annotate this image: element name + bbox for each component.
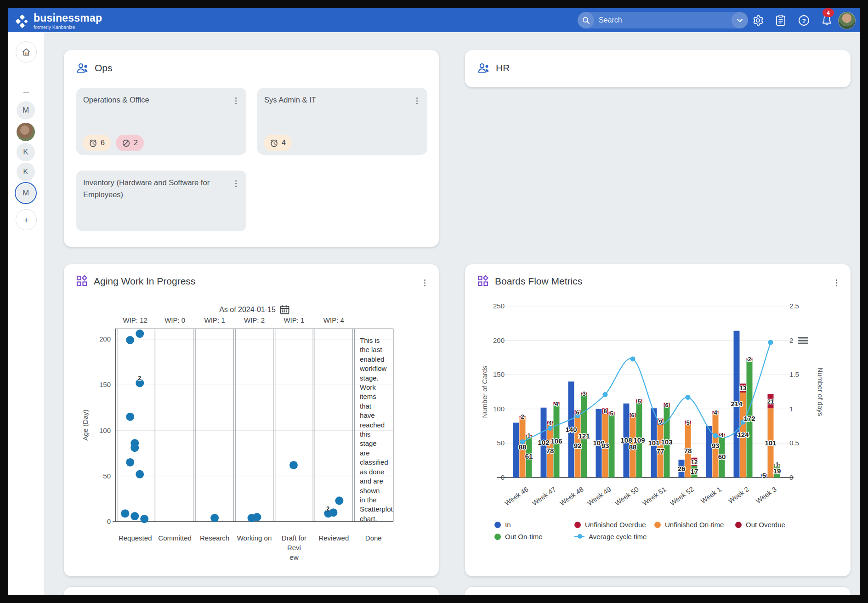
svg-text:13: 13 xyxy=(740,385,746,392)
legend-item[interactable]: Unfinished Overdue xyxy=(574,521,646,529)
svg-text:88: 88 xyxy=(629,443,637,451)
clipboard-icon[interactable] xyxy=(775,14,787,26)
svg-text:Week 49: Week 49 xyxy=(586,485,613,507)
add-workspace-button[interactable]: + xyxy=(16,209,37,230)
ops-workspace-card: Ops Operations & Office62Sys Admin & IT4… xyxy=(64,50,439,247)
alarm-clock-icon xyxy=(270,139,278,148)
svg-text:9: 9 xyxy=(658,418,662,425)
svg-text:140: 140 xyxy=(565,426,577,433)
logo-subtitle: formerly Kanbanize xyxy=(34,25,102,30)
stage-label: Reviewed xyxy=(314,533,353,543)
board-title: Inventory (Hardware and Software for Emp… xyxy=(83,177,228,200)
svg-text:Number of days: Number of days xyxy=(817,368,824,416)
svg-text:1: 1 xyxy=(775,461,778,468)
legend-dot xyxy=(494,534,501,540)
svg-text:61: 61 xyxy=(525,452,533,460)
board-menu-kebab[interactable] xyxy=(413,95,421,106)
board-menu-kebab[interactable] xyxy=(232,178,240,189)
svg-text:78: 78 xyxy=(546,447,554,455)
svg-text:Week 51: Week 51 xyxy=(641,485,668,507)
svg-text:4: 4 xyxy=(548,420,552,427)
board-tile[interactable]: Inventory (Hardware and Software for Emp… xyxy=(76,171,246,231)
user-avatar[interactable] xyxy=(838,12,856,29)
svg-text:Week 52: Week 52 xyxy=(669,485,695,507)
legend-item[interactable]: Out On-time xyxy=(494,533,543,540)
search-input[interactable] xyxy=(594,16,732,24)
stage-label: Done xyxy=(354,533,393,543)
legend-item[interactable]: Average cycle time xyxy=(574,533,647,540)
workspace-avatar[interactable]: M xyxy=(17,101,35,119)
legend-label: In xyxy=(505,521,511,529)
badge-row: 62 xyxy=(83,135,144,151)
svg-text:100: 100 xyxy=(493,405,505,413)
board-tile[interactable]: Operations & Office62 xyxy=(76,88,246,155)
svg-text:5: 5 xyxy=(762,472,766,479)
legend-dot xyxy=(735,522,742,528)
legend-label: Unfinished Overdue xyxy=(585,521,646,529)
svg-text:92: 92 xyxy=(574,442,582,449)
search-bar[interactable] xyxy=(578,12,748,28)
blocked-badge[interactable]: 2 xyxy=(116,135,144,151)
notification-badge: 4 xyxy=(823,8,834,17)
svg-text:106: 106 xyxy=(550,437,562,445)
stage-label: Research xyxy=(195,533,234,543)
legend-label: Unfinished On-time xyxy=(665,521,724,529)
svg-text:3: 3 xyxy=(582,390,585,397)
svg-text:78: 78 xyxy=(684,447,692,455)
svg-text:150: 150 xyxy=(99,381,111,388)
svg-text:250: 250 xyxy=(493,302,505,310)
svg-text:60: 60 xyxy=(718,453,726,461)
board-title: Operations & Office xyxy=(83,94,228,106)
sidebar-divider xyxy=(23,92,29,93)
svg-text:101: 101 xyxy=(765,439,776,447)
board-tile[interactable]: Sys Admin & IT4 xyxy=(257,88,427,155)
alarm-clock-icon xyxy=(89,139,97,148)
flow-metrics-chart: 05010015020025000.511.522.5Number of Car… xyxy=(465,264,851,576)
svg-text:Week 47: Week 47 xyxy=(531,485,557,507)
board-menu-kebab[interactable] xyxy=(232,95,240,106)
svg-text:150: 150 xyxy=(493,370,505,378)
svg-text:21: 21 xyxy=(767,398,774,405)
overdue-badge[interactable]: 4 xyxy=(264,135,292,151)
partial-card xyxy=(465,587,851,595)
gear-icon[interactable] xyxy=(752,14,764,26)
help-icon[interactable]: ? xyxy=(798,14,810,26)
svg-text:Week 3: Week 3 xyxy=(755,485,778,505)
search-icon[interactable] xyxy=(578,12,594,28)
legend-line-marker xyxy=(574,536,584,537)
svg-text:1: 1 xyxy=(789,405,793,413)
businessmap-logo[interactable]: businessmap formerly Kanbanize xyxy=(15,13,102,30)
workspace-avatar-selected[interactable]: M xyxy=(17,184,35,202)
svg-text:Number of Cards: Number of Cards xyxy=(481,365,488,418)
plus-icon: + xyxy=(23,215,29,225)
chevron-down-icon[interactable] xyxy=(732,12,748,28)
svg-text:2.5: 2.5 xyxy=(789,302,799,310)
svg-text:109: 109 xyxy=(633,436,645,444)
top-navigation-bar: businessmap formerly Kanbanize ? 4 xyxy=(8,8,860,32)
svg-text:0: 0 xyxy=(107,518,111,525)
workspace-avatar[interactable] xyxy=(17,123,35,141)
svg-text:1: 1 xyxy=(527,432,530,439)
svg-text:Week 2: Week 2 xyxy=(727,485,750,505)
legend-item[interactable]: Unfinished On-time xyxy=(654,521,724,529)
svg-text:121: 121 xyxy=(578,432,590,440)
workspace-avatar[interactable]: K xyxy=(17,163,35,181)
overdue-badge[interactable]: 6 xyxy=(83,135,111,151)
legend-dot xyxy=(654,522,661,528)
svg-text:6: 6 xyxy=(665,402,668,409)
logo-title: businessmap xyxy=(34,13,102,23)
blocked-icon xyxy=(122,139,130,148)
svg-text:Week 48: Week 48 xyxy=(558,485,585,507)
svg-text:124: 124 xyxy=(737,431,749,438)
legend-item[interactable]: Out Overdue xyxy=(735,521,785,529)
svg-text:50: 50 xyxy=(497,439,505,447)
home-button[interactable] xyxy=(16,41,37,63)
workspace-avatar[interactable]: K xyxy=(17,143,35,161)
svg-text:?: ? xyxy=(802,17,806,24)
svg-text:6: 6 xyxy=(576,409,579,416)
chart-context-menu-icon[interactable] xyxy=(798,336,809,345)
svg-text:2: 2 xyxy=(789,336,793,344)
legend-item[interactable]: In xyxy=(494,521,511,529)
svg-text:26: 26 xyxy=(678,465,686,472)
svg-text:172: 172 xyxy=(743,415,755,422)
